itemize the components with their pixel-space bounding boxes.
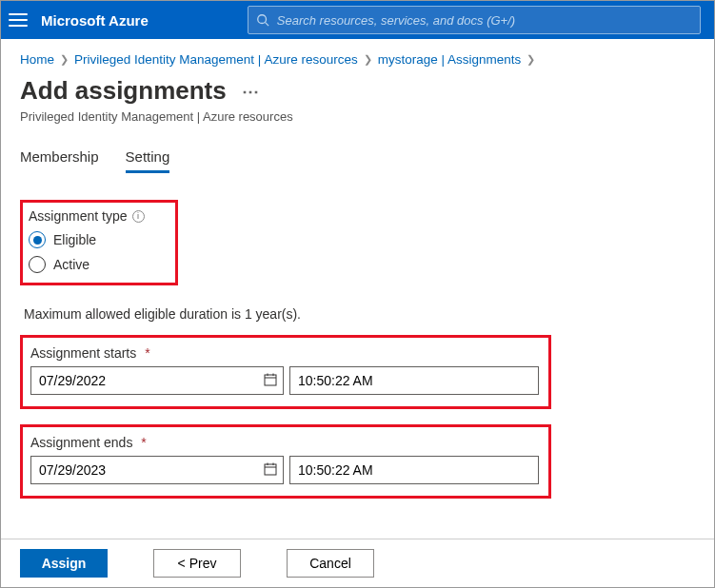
more-icon[interactable]: ⋯ <box>242 81 261 102</box>
radio-icon <box>29 231 46 248</box>
prev-button[interactable]: < Prev <box>153 549 241 578</box>
cancel-button[interactable]: Cancel <box>287 549 374 578</box>
radio-eligible[interactable]: Eligible <box>29 231 164 248</box>
info-icon[interactable]: i <box>132 210 145 223</box>
radio-eligible-label: Eligible <box>53 232 96 247</box>
crumb-pim[interactable]: Privileged Identity Management | Azure r… <box>74 52 358 67</box>
required-asterisk: * <box>141 345 149 361</box>
brand-label: Microsoft Azure <box>41 12 149 29</box>
chevron-right-icon: ❯ <box>526 53 535 66</box>
menu-icon[interactable] <box>9 10 28 29</box>
breadcrumb: Home ❯ Privileged Identity Management | … <box>1 39 714 67</box>
svg-line-1 <box>265 23 268 27</box>
assignment-ends-label: Assignment ends * <box>30 435 539 450</box>
search-icon <box>256 13 269 27</box>
starts-time-input[interactable] <box>289 366 539 395</box>
crumb-home[interactable]: Home <box>20 52 54 67</box>
radio-active[interactable]: Active <box>29 256 164 273</box>
top-bar: Microsoft Azure Search resources, servic… <box>1 1 714 39</box>
page-title: Add assignments ⋯ <box>20 76 695 106</box>
ends-date-input[interactable] <box>30 456 284 484</box>
duration-note: Maximum allowed eligible duration is 1 y… <box>24 306 695 322</box>
chevron-right-icon: ❯ <box>364 53 372 66</box>
assignment-type-label: Assignment type i <box>29 208 164 224</box>
assign-button[interactable]: Assign <box>20 549 108 578</box>
svg-point-0 <box>258 15 267 24</box>
page-subtitle: Privileged Identity Management | Azure r… <box>20 109 695 124</box>
ends-time-input[interactable] <box>289 456 539 484</box>
main-content: Add assignments ⋯ Privileged Identity Ma… <box>1 67 714 499</box>
starts-date-input[interactable] <box>30 366 284 395</box>
required-asterisk: * <box>137 435 146 450</box>
radio-icon <box>29 256 46 273</box>
radio-active-label: Active <box>53 257 89 272</box>
tabs: Membership Setting <box>20 148 695 173</box>
tab-membership[interactable]: Membership <box>20 148 99 173</box>
tab-setting[interactable]: Setting <box>126 148 170 173</box>
assignment-starts-group: Assignment starts * <box>20 335 551 409</box>
page-title-text: Add assignments <box>20 76 227 106</box>
search-input[interactable]: Search resources, services, and docs (G+… <box>248 6 701 34</box>
footer-actions: Assign < Prev Cancel <box>1 539 714 587</box>
assignment-type-group: Assignment type i Eligible Active <box>20 200 178 285</box>
chevron-right-icon: ❯ <box>60 53 69 66</box>
assignment-starts-label: Assignment starts * <box>30 345 539 361</box>
search-placeholder: Search resources, services, and docs (G+… <box>277 13 515 28</box>
assignment-ends-group: Assignment ends * <box>20 424 551 499</box>
crumb-resource[interactable]: mystorage | Assignments <box>378 52 522 67</box>
